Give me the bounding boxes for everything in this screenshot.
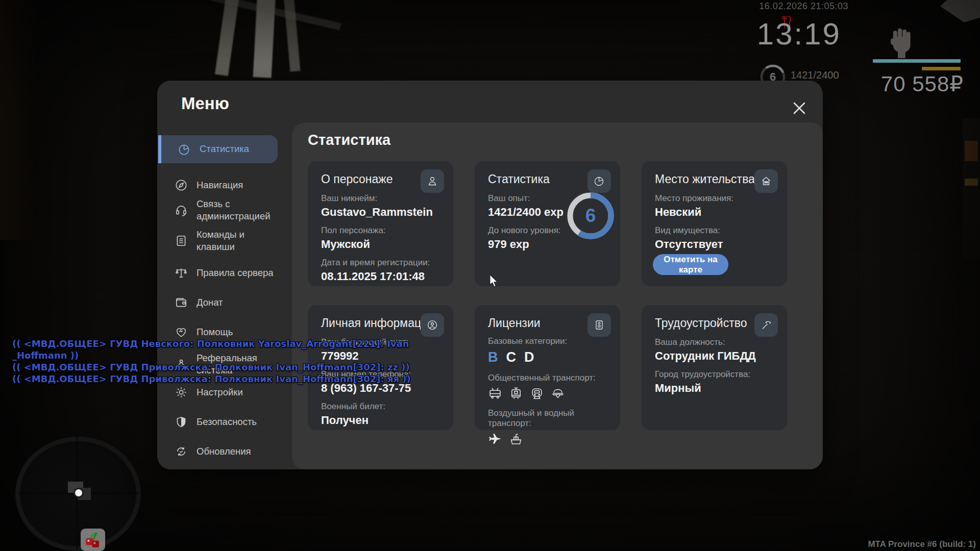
sidebar-item-navigation[interactable]: Навигация [157, 172, 290, 198]
metro-icon [530, 386, 544, 400]
cherry-item-icon [81, 529, 105, 551]
sidebar-item-commands-keys[interactable]: Команды и клавиши [157, 226, 290, 256]
pie-chart-icon [178, 143, 191, 156]
mouse-cursor [488, 274, 500, 290]
field-nickname: Ваш никнейм: Gustavo_Rammstein [321, 193, 440, 219]
sidebar-item-security[interactable]: Безопасность [157, 409, 290, 435]
sidebar-item-server-rules[interactable]: Правила сервера [157, 260, 290, 286]
id-card-icon [587, 313, 611, 337]
chat-message: (( <МВД.ОБЩЕЕ> ГУВД Невского: Полковник … [12, 338, 411, 349]
section-heading: Статистика [308, 132, 390, 148]
pickaxe-icon [754, 313, 778, 337]
house-icon [754, 169, 778, 193]
sidebar-item-donate[interactable]: Донат [157, 290, 290, 315]
armor-bar [922, 67, 961, 70]
tram-icon [509, 386, 523, 400]
cards-grid: О персонаже Ваш никнейм: Gustavo_Rammste… [308, 161, 787, 430]
field-exp: Ваш опыт: 1421/2400 exp [488, 193, 565, 219]
field-registration: Дата и время регистрации: 08.11.2025 17:… [321, 258, 440, 283]
heart-hands-icon [175, 325, 188, 339]
sidebar-item-label: Статистика [200, 143, 278, 155]
hud-datetime: 16.02.2026 21:05:03 [759, 1, 848, 12]
chat-message: (( <МВД.ОБЩЕЕ> ГУВД Приволжска: Полковни… [12, 373, 411, 385]
minimap-player-marker [74, 488, 84, 498]
air-water-licenses: Воздушный и водный транспорт: [488, 408, 607, 446]
sidebar-item-label: Связь с администрацией [197, 198, 281, 222]
field-job-position: Ваша должность: Сотрудник ГИБДД [655, 337, 774, 363]
mark-on-map-button[interactable]: Отметить на карте [653, 254, 728, 275]
document-list-icon [175, 234, 188, 247]
sidebar-item-label: Команды и клавиши [197, 229, 281, 253]
chat-log: (( <МВД.ОБЩЕЕ> ГУВД Невского: Полковник … [12, 338, 411, 385]
sidebar-item-label: Правила сервера [197, 267, 281, 279]
ship-icon [509, 432, 523, 446]
trolleybus-icon [488, 386, 502, 400]
driver-cap-icon [551, 386, 565, 400]
public-transport-licenses: Общественный транспорт: [488, 373, 607, 400]
category-b: B [488, 349, 498, 365]
sidebar-item-label: Безопасность [197, 416, 281, 428]
card-about-character: О персонаже Ваш никнейм: Gustavo_Rammste… [308, 161, 453, 286]
menu-content: Статистика О персонаже Ваш никнейм: Gust… [292, 122, 823, 469]
person-circle-icon [421, 313, 444, 337]
field-residence-place: Место проживания: Невский [655, 193, 774, 219]
field-next-level: До нового уровня: 979 exp [488, 226, 570, 251]
compass-icon [175, 179, 188, 192]
shield-icon [175, 415, 188, 429]
game-screen: 16.02.2026 21:05:03 13:19 6 1421/2400 [0, 0, 980, 551]
field-job-city: Город трудоустройства: Мирный [655, 369, 774, 395]
sidebar-item-label: Навигация [197, 179, 281, 191]
card-residence: Место жительства Место проживания: Невск… [642, 161, 787, 286]
sidebar-item-label: Настройки [197, 386, 281, 398]
sidebar-item-statistics[interactable]: Статистика [158, 135, 278, 163]
category-d: D [524, 349, 534, 365]
health-bar [873, 59, 961, 63]
sidebar-item-updates[interactable]: Обновления [157, 439, 290, 464]
server-watermark: MTA Province #6 (build: 1) [868, 539, 976, 549]
chat-message: (( <МВД.ОБЩЕЕ> ГУВД Приволжска: Полковни… [12, 361, 411, 373]
sidebar-item-admin-contact[interactable]: Связь с администрацией [157, 195, 290, 226]
license-categories: Базовые категории: B C D [488, 336, 607, 365]
card-statistics: Статистика Ваш опыт: 1421/2400 exp До но… [475, 161, 620, 286]
refresh-check-icon [175, 445, 188, 458]
fist-icon [890, 26, 914, 60]
person-icon [421, 169, 444, 193]
menu-title: Меню [181, 94, 229, 113]
hud-money: 70 558₽ [881, 71, 964, 96]
hud-exp-text: 1421/2400 [791, 69, 839, 81]
card-employment: Трудоустройство Ваша должность: Сотрудни… [642, 305, 787, 430]
gear-icon [175, 386, 188, 399]
level-progress-ring: 6 [565, 190, 617, 242]
sidebar-item-label: Помощь [197, 326, 281, 338]
field-gender: Пол персонажа: Мужской [321, 226, 440, 251]
plane-icon [488, 432, 502, 446]
level-number: 6 [565, 190, 617, 242]
headset-icon [175, 204, 188, 217]
close-icon[interactable] [791, 100, 807, 116]
category-c: C [506, 349, 517, 365]
scales-icon [175, 266, 188, 280]
hud-clock: 13:19 [757, 16, 841, 52]
chat-message: _Hoffmann )) [12, 349, 411, 361]
field-property-type: Вид имущества: Отсутствует [655, 226, 774, 251]
sidebar-item-label: Донат [197, 296, 281, 309]
card-licenses: Лицензии Базовые категории: B C D [475, 305, 620, 430]
field-military-ticket: Военный билет: Получен [321, 402, 440, 427]
wallet-icon [175, 296, 188, 309]
sidebar-item-label: Обновления [197, 445, 281, 458]
